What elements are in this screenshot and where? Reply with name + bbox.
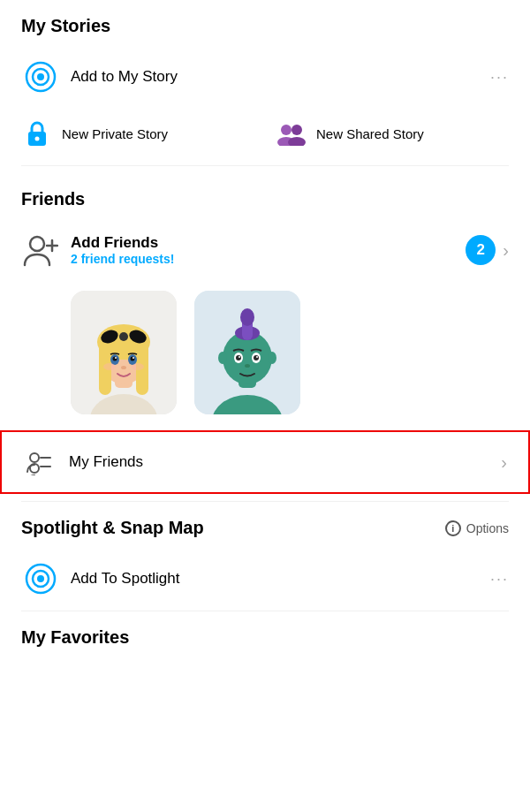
new-private-story-item[interactable]: New Private Story — [21, 118, 254, 149]
svg-point-46 — [268, 352, 276, 364]
svg-point-26 — [115, 357, 117, 359]
badge-chevron-group: 2 › — [466, 235, 509, 265]
svg-point-53 — [37, 575, 44, 582]
svg-point-24 — [113, 357, 117, 361]
svg-point-29 — [103, 363, 116, 370]
spotlight-options[interactable]: i Options — [445, 520, 509, 536]
add-to-my-story-label: Add to My Story — [71, 68, 178, 86]
svg-point-6 — [292, 125, 302, 135]
add-to-spotlight-dots[interactable]: ··· — [490, 570, 509, 588]
svg-point-4 — [35, 137, 40, 141]
spotlight-camera-icon — [21, 559, 60, 598]
friend-requests-label: 2 friend requests! — [71, 252, 466, 266]
spotlight-section: Spotlight & Snap Map i Options Add To Sp… — [0, 502, 530, 611]
friend-request-badge: 2 — [466, 235, 496, 265]
svg-point-41 — [254, 355, 259, 360]
camera-ring-icon — [21, 57, 60, 96]
info-icon: i — [445, 520, 461, 536]
friends-section: Friends Add Friends 2 friend requests! 2… — [0, 166, 530, 494]
my-stories-section: My Stories Add to My Story ··· New Priva… — [0, 0, 530, 165]
lock-icon — [21, 118, 53, 149]
add-friends-item[interactable]: Add Friends 2 friend requests! 2 › — [0, 218, 530, 282]
my-friends-label: My Friends — [69, 453, 501, 471]
group-icon — [276, 118, 307, 149]
friend-list-icon — [23, 446, 55, 478]
add-friend-icon — [21, 231, 60, 269]
spotlight-options-label: Options — [466, 521, 509, 535]
svg-point-27 — [132, 357, 134, 359]
story-options-row: New Private Story New Shared Story — [0, 109, 530, 165]
friends-title: Friends — [0, 173, 530, 218]
new-shared-story-label: New Shared Story — [316, 126, 424, 141]
add-to-my-story-item[interactable]: Add to My Story ··· — [0, 45, 530, 109]
spotlight-title: Spotlight & Snap Map — [21, 518, 204, 538]
svg-point-21 — [119, 332, 128, 341]
svg-point-2 — [37, 73, 44, 80]
avatars-row — [0, 282, 530, 423]
spotlight-header: Spotlight & Snap Map i Options — [0, 502, 530, 547]
new-private-story-label: New Private Story — [62, 126, 168, 141]
svg-point-25 — [131, 357, 135, 361]
svg-point-5 — [281, 125, 292, 135]
new-shared-story-item[interactable]: New Shared Story — [276, 118, 509, 149]
my-stories-title: My Stories — [0, 0, 530, 45]
add-friends-chevron: › — [503, 240, 509, 261]
avatar-green[interactable] — [194, 291, 300, 414]
my-favorites-title: My Favorites — [0, 611, 530, 656]
svg-point-28 — [121, 366, 126, 369]
add-friends-label: Add Friends — [71, 234, 466, 252]
svg-point-30 — [132, 363, 144, 370]
svg-point-43 — [256, 356, 258, 358]
avatar-blonde[interactable] — [71, 291, 177, 414]
my-friends-item[interactable]: My Friends › — [0, 430, 530, 494]
my-favorites-section: My Favorites — [0, 611, 530, 656]
my-friends-chevron: › — [501, 452, 507, 473]
add-friends-text-block: Add Friends 2 friend requests! — [71, 234, 466, 266]
add-to-spotlight-label: Add To Spotlight — [71, 570, 180, 588]
svg-point-45 — [218, 352, 227, 364]
svg-point-44 — [245, 364, 250, 368]
svg-point-9 — [30, 237, 44, 251]
svg-point-42 — [238, 356, 240, 358]
svg-point-37 — [240, 308, 254, 326]
svg-point-47 — [30, 453, 39, 462]
add-to-my-story-dots[interactable]: ··· — [490, 68, 509, 87]
svg-point-40 — [236, 355, 241, 360]
add-to-spotlight-item[interactable]: Add To Spotlight ··· — [0, 547, 530, 611]
